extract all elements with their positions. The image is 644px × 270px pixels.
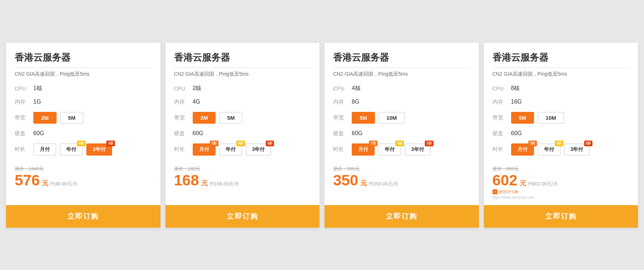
discount-badge: 3折	[266, 141, 274, 146]
disk-label: 硬盘	[174, 130, 193, 137]
disk-label: 硬盘	[15, 130, 33, 137]
ram-label: 内存	[333, 99, 352, 105]
card-body: 香港云服务器 CN2 GIA高速回国，Ping低至5ms CPU 1核 内存 1…	[6, 43, 160, 205]
ram-value: 16G	[511, 99, 522, 105]
price-unit: 元	[201, 179, 208, 188]
disk-row: 硬盘 60G	[174, 130, 311, 137]
disk-row: 硬盘 60G	[492, 130, 630, 137]
cpu-label: CPU	[15, 85, 33, 91]
ram-label: 内存	[174, 99, 193, 105]
card-subtitle: CN2 GIA高速回国，Ping低至5ms	[492, 71, 630, 77]
price-row: 576 元 约48.00元/月	[15, 173, 152, 188]
cpu-label: CPU	[492, 85, 511, 91]
duration-option-1[interactable]: 4折 年付	[538, 143, 561, 156]
logo-url: https://www.pianyivps.com	[492, 195, 630, 199]
card-title: 香港云服务器	[15, 51, 152, 68]
disk-value: 60G	[511, 130, 522, 137]
price-main: 350	[333, 173, 358, 188]
price-main: 602	[492, 173, 518, 188]
bandwidth-option-0[interactable]: 5M	[352, 112, 375, 124]
logo-text: 便宜VPS网	[499, 189, 518, 195]
cpu-row: CPU 2核	[174, 85, 311, 92]
price-unit: 元	[520, 179, 526, 188]
original-price: 原价：860元	[492, 166, 630, 172]
bandwidth-row: 带宽 2M5M	[174, 112, 311, 124]
duration-option-2[interactable]: 3折 3年付	[86, 143, 112, 156]
disk-label: 硬盘	[492, 130, 511, 137]
duration-option-0[interactable]: 7折 月付	[352, 143, 375, 156]
buy-button[interactable]: 立即订购	[6, 205, 160, 228]
duration-option-2[interactable]: 3折 3年付	[564, 143, 590, 156]
bandwidth-label: 带宽	[15, 114, 33, 121]
duration-option-0[interactable]: 7折 月付	[511, 143, 534, 156]
duration-option-0[interactable]: 7折 月付	[193, 143, 216, 156]
ram-label: 内存	[492, 99, 511, 105]
duration-label: 时长	[492, 146, 511, 153]
bandwidth-options: 2M5M	[193, 112, 243, 124]
card-title: 香港云服务器	[333, 51, 470, 68]
bandwidth-option-0[interactable]: 2M	[193, 112, 216, 124]
bandwidth-option-0[interactable]: 5M	[511, 112, 534, 124]
cpu-value: 4核	[352, 85, 361, 92]
bandwidth-label: 带宽	[492, 114, 511, 121]
duration-row: 时长 7折 月付 4折 年付 3折 3年付	[174, 143, 311, 156]
price-main: 168	[174, 173, 199, 188]
buy-label: 立即订购	[227, 212, 258, 220]
price-section: 原价：1440元 576 元 约48.00元/月	[15, 162, 152, 188]
cpu-row: CPU 4核	[333, 85, 470, 92]
cards-container: 香港云服务器 CN2 GIA高速回国，Ping低至5ms CPU 1核 内存 1…	[4, 42, 640, 228]
buy-button[interactable]: 立即订购	[165, 205, 320, 228]
card-2: 香港云服务器 CN2 GIA高速回国，Ping低至5ms CPU 2核 内存 4…	[165, 42, 320, 228]
card-subtitle: CN2 GIA高速回国，Ping低至5ms	[333, 71, 470, 77]
duration-option-2[interactable]: 3折 3年付	[246, 143, 271, 156]
disk-value: 60G	[352, 130, 362, 137]
card-body: 香港云服务器 CN2 GIA高速回国，Ping低至5ms CPU 8核 内存 1…	[484, 43, 638, 205]
bandwidth-option-1[interactable]: 5M	[60, 112, 83, 124]
disk-label: 硬盘	[333, 130, 352, 137]
disk-value: 60G	[33, 130, 44, 137]
card-4: 香港云服务器 CN2 GIA高速回国，Ping低至5ms CPU 8核 内存 1…	[484, 42, 639, 228]
duration-option-1[interactable]: 4折 年付	[60, 143, 83, 156]
price-row: 602 元 约602.00元/月	[492, 173, 630, 188]
card-1: 香港云服务器 CN2 GIA高速回国，Ping低至5ms CPU 1核 内存 1…	[6, 42, 161, 228]
original-price: 原价：500元	[333, 166, 470, 172]
ram-row: 内存 1G	[15, 99, 152, 105]
buy-label: 立即订购	[386, 212, 417, 220]
cpu-row: CPU 8核	[492, 85, 630, 92]
duration-options: 月付 4折 年付 3折 3年付	[33, 143, 112, 156]
buy-button[interactable]: 立即订购	[325, 205, 479, 228]
buy-label: 立即订购	[67, 212, 99, 220]
duration-label: 时长	[174, 146, 193, 153]
discount-badge: 4折	[395, 141, 404, 146]
duration-options: 7折 月付 4折 年付 3折 3年付	[511, 143, 590, 156]
discount-badge: 7折	[369, 141, 378, 146]
discount-badge: 7折	[528, 141, 537, 146]
bandwidth-label: 带宽	[174, 114, 193, 121]
bandwidth-option-0[interactable]: 2M	[33, 112, 57, 124]
duration-row: 时长 7折 月付 4折 年付 3折 3年付	[492, 143, 630, 156]
card-3: 香港云服务器 CN2 GIA高速回国，Ping低至5ms CPU 4核 内存 8…	[324, 42, 479, 228]
discount-badge: 4折	[555, 141, 563, 146]
bandwidth-row: 带宽 5M10M	[333, 112, 470, 124]
duration-option-1[interactable]: 4折 年付	[378, 143, 401, 156]
cpu-label: CPU	[333, 85, 352, 91]
card-body: 香港云服务器 CN2 GIA高速回国，Ping低至5ms CPU 4核 内存 8…	[325, 43, 479, 205]
bandwidth-row: 带宽 5M10M	[492, 112, 630, 124]
price-section: 原价：240元 168 元 约168.00元/月	[174, 162, 311, 188]
duration-option-2[interactable]: 3折 3年付	[405, 143, 431, 156]
discount-badge: 4折	[236, 141, 245, 146]
bandwidth-options: 5M10M	[511, 112, 564, 124]
bandwidth-options: 5M10M	[352, 112, 405, 124]
cpu-row: CPU 1核	[15, 85, 152, 92]
bandwidth-option-1[interactable]: 10M	[538, 112, 564, 124]
bandwidth-option-1[interactable]: 5M	[219, 112, 242, 124]
buy-button[interactable]: 立即订购	[484, 205, 638, 228]
logo-check-icon: ✓	[492, 189, 498, 194]
duration-option-0[interactable]: 月付	[33, 143, 56, 156]
buy-label: 立即订购	[545, 212, 577, 220]
price-monthly: 约168.00元/月	[210, 181, 239, 187]
cpu-value: 1核	[33, 85, 42, 92]
duration-option-1[interactable]: 4折 年付	[219, 143, 242, 156]
price-section: 原价：860元 602 元 约602.00元/月 ✓ 便宜VPS网 https:…	[492, 162, 630, 199]
bandwidth-option-1[interactable]: 10M	[379, 112, 405, 124]
